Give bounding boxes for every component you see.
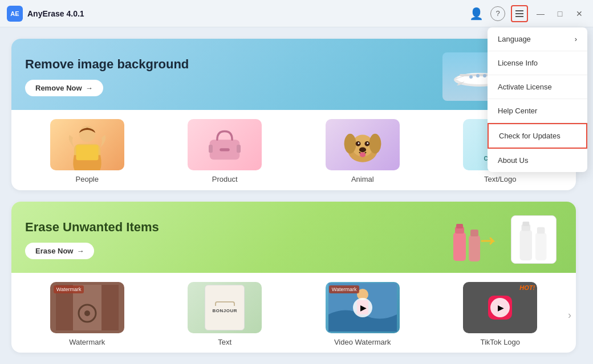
erase-category-grid: Watermark Watermark BONJOUR Text xyxy=(11,273,576,353)
app-name: AnyErase 4.0.1 xyxy=(27,9,84,18)
category-people[interactable]: People xyxy=(18,114,156,188)
category-animal[interactable]: Animal xyxy=(294,114,432,188)
svg-point-21 xyxy=(344,134,356,154)
svg-point-8 xyxy=(483,74,486,77)
svg-rect-33 xyxy=(470,230,478,236)
dropdown-menu: Language › License Info Activate License… xyxy=(488,27,587,172)
video-watermark-thumb: ▶ Watermark xyxy=(326,282,400,333)
category-video-watermark[interactable]: ▶ Watermark Video Watermark xyxy=(294,277,432,351)
watermark-thumb: Watermark xyxy=(50,282,124,333)
erase-banner: Erase Unwanted Items Erase Now → xyxy=(11,202,576,273)
banner-text: Remove image background Remove Now → xyxy=(25,57,189,96)
svg-point-25 xyxy=(358,142,359,144)
text-thumb: BONJOUR xyxy=(188,282,262,333)
erase-title: Erase Unwanted Items xyxy=(25,220,159,235)
menu-item-language[interactable]: Language › xyxy=(488,27,587,51)
tiktok-thumb: ♪ ▶ HOT! xyxy=(463,282,537,333)
titlebar-left: AE AnyErase 4.0.1 xyxy=(7,6,84,22)
svg-point-7 xyxy=(476,74,480,77)
bag-text: BONJOUR xyxy=(212,308,237,313)
watermark-badge: Watermark xyxy=(54,285,84,293)
tiktok-label: TikTok Logo xyxy=(480,338,520,346)
product-label: Product xyxy=(212,175,238,183)
maximize-button[interactable]: □ xyxy=(553,7,567,21)
svg-rect-16 xyxy=(220,148,230,151)
svg-rect-0 xyxy=(515,10,523,11)
svg-rect-31 xyxy=(456,224,463,228)
bonjour-bag: BONJOUR xyxy=(205,285,245,330)
svg-rect-2 xyxy=(515,16,523,17)
svg-rect-14 xyxy=(76,145,98,161)
erase-category-chevron[interactable]: › xyxy=(568,309,571,321)
text-label: Text xyxy=(218,338,231,346)
erase-banner-image xyxy=(450,215,557,264)
svg-rect-37 xyxy=(535,232,547,260)
banner-title: Remove image background xyxy=(25,57,189,72)
video-watermark-badge: Watermark xyxy=(329,285,360,293)
svg-rect-34 xyxy=(520,230,532,260)
menu-button[interactable] xyxy=(511,5,528,22)
svg-rect-41 xyxy=(101,285,119,330)
remove-now-button[interactable]: Remove Now → xyxy=(25,80,103,96)
erase-banner-text: Erase Unwanted Items Erase Now → xyxy=(25,220,159,259)
hot-badge: HOT! xyxy=(519,284,535,291)
svg-point-28 xyxy=(360,152,366,157)
watermark-label: Watermark xyxy=(69,338,105,346)
erase-card: Erase Unwanted Items Erase Now → xyxy=(11,202,576,353)
svg-rect-36 xyxy=(523,221,530,226)
titlebar: AE AnyErase 4.0.1 👤 ? — □ ✕ xyxy=(0,0,593,27)
minimize-button[interactable]: — xyxy=(534,7,547,21)
menu-item-help-center[interactable]: Help Center xyxy=(488,99,587,123)
svg-rect-1 xyxy=(515,13,523,14)
close-button[interactable]: ✕ xyxy=(572,7,586,21)
people-label: People xyxy=(76,175,99,183)
svg-rect-29 xyxy=(453,232,466,261)
svg-point-26 xyxy=(367,142,368,144)
erase-now-button[interactable]: Erase Now → xyxy=(25,243,94,259)
menu-item-about-us[interactable]: About Us xyxy=(488,149,587,172)
tiktok-play-button: ▶ xyxy=(490,298,510,317)
app-logo: AE xyxy=(7,6,23,22)
svg-rect-32 xyxy=(469,235,480,261)
svg-rect-38 xyxy=(537,227,545,234)
category-product[interactable]: Product xyxy=(156,114,294,188)
svg-point-6 xyxy=(469,75,473,79)
svg-rect-18 xyxy=(237,145,241,153)
titlebar-right: 👤 ? — □ ✕ xyxy=(468,5,586,22)
people-thumb xyxy=(50,119,124,170)
help-icon[interactable]: ? xyxy=(490,6,505,21)
category-text[interactable]: BONJOUR Text xyxy=(156,277,294,351)
animal-label: Animal xyxy=(351,175,374,183)
bottles-after xyxy=(511,215,557,264)
svg-point-27 xyxy=(359,147,366,152)
textlogo-label: Text/Logo xyxy=(484,175,516,183)
category-tiktok[interactable]: ♪ ▶ HOT! TikTok Logo xyxy=(432,277,570,351)
svg-point-43 xyxy=(84,310,90,316)
bag-handle xyxy=(215,301,235,306)
animal-thumb xyxy=(326,119,400,170)
menu-item-check-updates[interactable]: Check for Updates xyxy=(488,123,587,149)
product-thumb xyxy=(188,119,262,170)
menu-item-activate-license[interactable]: Activate License xyxy=(488,75,587,99)
play-button: ▶ xyxy=(353,298,372,317)
video-watermark-label: Video Watermark xyxy=(334,338,391,346)
svg-rect-17 xyxy=(209,145,213,153)
profile-icon[interactable]: 👤 xyxy=(468,5,485,22)
category-watermark[interactable]: Watermark Watermark xyxy=(18,277,156,351)
bottles-before xyxy=(450,218,507,264)
svg-point-22 xyxy=(369,134,381,154)
menu-item-license-info[interactable]: License Info xyxy=(488,51,587,75)
